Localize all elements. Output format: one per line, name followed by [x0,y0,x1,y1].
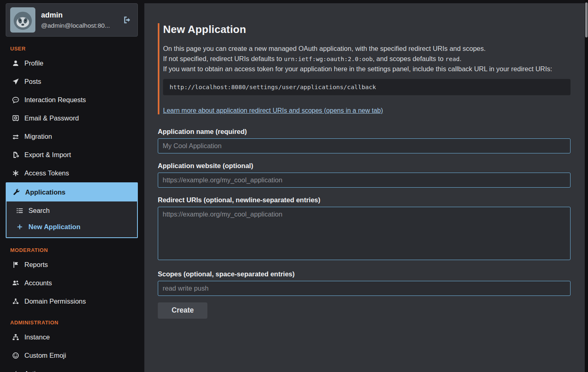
application-name-input[interactable] [158,138,571,153]
scrollbar-track[interactable] [585,0,588,372]
sidebar-item-migration[interactable]: Migration [6,127,138,146]
intro-line-2-suffix: . [460,55,462,62]
section-header-moderation: MODERATION [10,247,138,253]
plus-icon [16,223,23,230]
read-scope-code: read [445,56,460,62]
scrollbar-thumb[interactable] [585,2,588,37]
sitemap-icon [12,334,19,341]
section-header-user: USER [10,46,138,52]
oob-uri-code: urn:ietf:wg:oauth:2.0:oob [284,56,372,62]
application-name-field: Application name (required) [158,128,571,153]
nav-label: Custom Emoji [24,352,66,359]
sidebar-item-instance[interactable]: Instance [6,328,138,346]
sidebar: admin @admin@localhost:80... USER Profil… [0,0,144,372]
sidebar-item-export-import[interactable]: Export & Import [6,146,138,164]
nav-label: New Application [28,223,81,231]
list-icon [16,207,23,214]
new-application-intro: New Application On this page you can cre… [158,23,571,114]
nav-label: Search [28,207,50,214]
sidebar-nav: USER Profile Posts Interaction Requests … [6,46,138,372]
exchange-arrows-icon [12,133,19,140]
sidebar-item-domain-permissions[interactable]: Domain Permissions [6,292,138,311]
intro-line-1: On this page you can create a new manage… [163,44,571,54]
user-handle: @admin@localhost:80... [41,22,110,29]
tools-icon [13,189,20,196]
applications-submenu: Search New Application [7,201,137,237]
bolt-icon [12,370,19,372]
user-icon [12,60,19,67]
main-content: New Application On this page you can cre… [144,3,585,319]
sidebar-item-accounts[interactable]: Accounts [6,274,138,292]
nav-label: Migration [24,133,52,140]
redirect-uris-textarea[interactable] [158,207,571,260]
nav-label: Domain Permissions [24,298,86,305]
nav-label: Instance [24,333,50,341]
section-header-administration: ADMINISTRATION [10,319,138,326]
nav-label: Interaction Requests [24,96,86,104]
create-button[interactable]: Create [158,302,207,319]
users-icon [12,280,19,287]
sidebar-item-actions[interactable]: Actions [6,365,138,372]
nav-label: Access Tokens [24,169,69,177]
applications-group: Applications Search New Application [6,182,138,238]
sidebar-item-profile[interactable]: Profile [6,54,138,72]
sidebar-item-new-application[interactable]: New Application [7,219,137,235]
intro-line-2-prefix: If not specified, redirect URIs defaults… [163,55,284,62]
redirect-uris-label: Redirect URIs (optional, newline-separat… [158,196,571,204]
sidebar-item-email-password[interactable]: Email & Password [6,109,138,127]
nav-label: Email & Password [24,114,79,122]
page-title: New Application [163,23,571,36]
redirect-uris-field: Redirect URIs (optional, newline-separat… [158,196,571,262]
learn-more-link[interactable]: Learn more about application redirect UR… [163,107,383,114]
callback-url-block: http://localhost:8080/settings/user/appl… [163,79,571,95]
sidebar-item-interaction-requests[interactable]: Interaction Requests [6,91,138,109]
nav-label: Export & Import [24,151,71,159]
nodes-icon [12,298,19,305]
scopes-label: Scopes (optional, space-separated entrie… [158,270,571,278]
user-card: admin @admin@localhost:80... [6,3,138,37]
nav-label: Actions [24,370,46,372]
nav-label: Posts [24,78,41,85]
nav-label: Reports [24,261,48,269]
sidebar-item-applications[interactable]: Applications [7,183,137,201]
nav-label: Profile [24,59,44,67]
sidebar-item-access-tokens[interactable]: Access Tokens [6,164,138,182]
intro-line-2: If not specified, redirect URIs defaults… [163,54,571,64]
sidebar-item-applications-search[interactable]: Search [7,202,137,219]
main-panel: New Application On this page you can cre… [144,3,585,372]
new-application-form: Application name (required) Application … [158,128,571,319]
user-name: admin [41,11,110,20]
asterisk-icon [12,170,19,177]
intro-line-2-mid: , and scopes defaults to [372,55,445,62]
sidebar-item-reports[interactable]: Reports [6,256,138,274]
file-export-icon [12,151,19,158]
user-meta: admin @admin@localhost:80... [41,11,110,29]
scopes-field: Scopes (optional, space-separated entrie… [158,270,571,296]
smile-icon [12,352,19,359]
comment-icon [12,96,19,103]
sloth-avatar-image [10,7,35,33]
application-website-input[interactable] [158,173,571,188]
flag-icon [12,261,19,268]
intro-line-3: If you want to obtain an access token fo… [163,64,571,74]
sidebar-item-custom-emoji[interactable]: Custom Emoji [6,346,138,365]
application-website-field: Application website (optional) [158,162,571,188]
vault-icon [12,115,19,122]
logout-button[interactable] [121,14,133,26]
callback-url: http://localhost:8080/settings/user/appl… [170,83,376,90]
application-name-label: Application name (required) [158,128,571,136]
application-website-label: Application website (optional) [158,162,571,170]
avatar[interactable] [10,7,35,33]
nav-label: Accounts [24,279,52,287]
nav-label: Applications [25,188,65,196]
scopes-input[interactable] [158,281,571,296]
sidebar-item-posts[interactable]: Posts [6,72,138,91]
sign-out-icon [123,15,132,24]
paper-plane-icon [12,78,19,85]
